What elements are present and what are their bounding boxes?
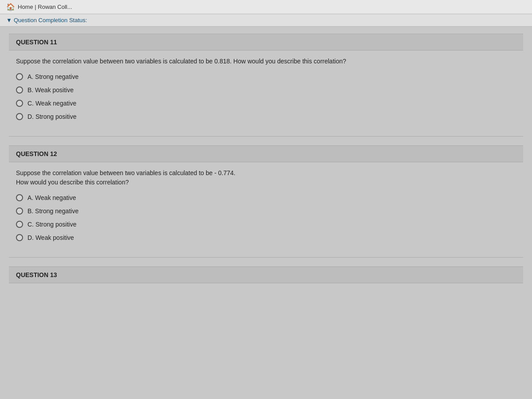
radio-q12d[interactable] [16,234,23,241]
status-bar[interactable]: ▼ Question Completion Status: [0,14,532,27]
option-row-q11c[interactable]: C. Weak negative [16,99,516,108]
option-row-q11a[interactable]: A. Strong negative [16,72,516,81]
option-label-q12b: B. Strong negative [27,207,78,215]
question-text-12: Suppose the correlation value between tw… [16,168,516,187]
radio-q11b[interactable] [16,86,23,94]
question-text-11: Suppose the correlation value between tw… [16,57,516,66]
question-header-12: QUESTION 12 [9,145,523,162]
radio-q12a[interactable] [16,194,23,201]
radio-q12c[interactable] [16,221,23,228]
option-row-q11d[interactable]: D. Strong positive [16,112,516,121]
radio-q11c[interactable] [16,100,23,107]
option-label-q11b: B. Weak positive [27,86,74,94]
question-header-13: QUESTION 13 [9,266,523,283]
question-block-13: QUESTION 13 [9,266,523,283]
option-label-q12a: A. Weak negative [27,194,76,201]
option-label-q11a: A. Strong negative [27,73,78,80]
question-body-11: Suppose the correlation value between tw… [9,51,523,137]
status-bar-label: Question Completion Status: [14,17,87,23]
top-bar: 🏠 Home | Rowan Coll... [0,0,532,14]
question-block-11: QUESTION 11 Suppose the correlation valu… [9,34,523,137]
option-row-q12c[interactable]: C. Strong positive [16,220,516,229]
option-label-q12d: D. Weak positive [27,234,74,241]
main-content: QUESTION 11 Suppose the correlation valu… [0,27,532,290]
option-label-q12c: C. Strong positive [27,221,77,228]
home-icon: 🏠 [6,3,15,11]
option-row-q12d[interactable]: D. Weak positive [16,233,516,242]
option-row-q11b[interactable]: B. Weak positive [16,86,516,94]
option-label-q11c: C. Weak negative [27,100,76,107]
spacer-1 [9,137,523,145]
radio-q11d[interactable] [16,113,23,120]
top-bar-text: Home | Rowan Coll... [18,4,72,10]
status-bar-arrow: ▼ [6,17,12,23]
spacer-2 [9,258,523,266]
option-row-q12b[interactable]: B. Strong negative [16,207,516,215]
question-body-12: Suppose the correlation value between tw… [9,162,523,258]
radio-q11a[interactable] [16,73,23,80]
option-label-q11d: D. Strong positive [27,113,77,120]
question-header-11: QUESTION 11 [9,34,523,51]
radio-q12b[interactable] [16,207,23,215]
question-block-12: QUESTION 12 Suppose the correlation valu… [9,145,523,258]
option-row-q12a[interactable]: A. Weak negative [16,193,516,202]
